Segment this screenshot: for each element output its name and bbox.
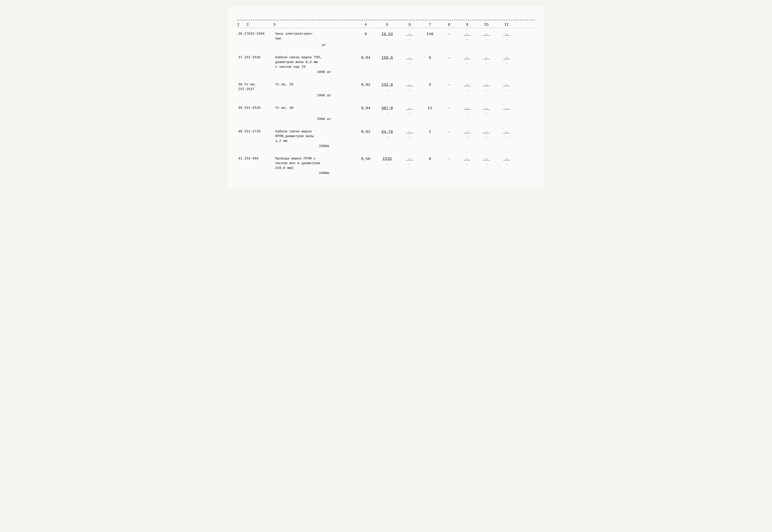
unit-empty-cell <box>458 94 476 97</box>
unit-empty-cell <box>476 144 496 148</box>
table-body: 36.I7032-I056Часы электровторич- ные9I6,… <box>237 29 535 175</box>
unit-empty-cell <box>496 94 517 97</box>
unit-empty-cell <box>420 43 440 47</box>
unit-row: шт <box>237 43 535 47</box>
cell-col9: – – <box>458 32 476 42</box>
unit-empty-cell <box>375 117 400 121</box>
unit-row: I000м <box>237 144 535 148</box>
cell-col10: – – <box>476 106 496 116</box>
unit-empty-cell <box>496 117 517 121</box>
unit-empty-cell <box>420 144 440 148</box>
cell-col7: 8 <box>420 156 440 162</box>
col-header-3: 3 <box>273 23 357 27</box>
cell-col10: – – <box>476 55 496 66</box>
cell-col6: – – <box>400 82 420 93</box>
cell-code: 4I.I52-494 <box>237 156 273 161</box>
unit-empty-cell <box>458 70 476 74</box>
unit-empty-cell <box>476 117 496 121</box>
cell-qty: 9 <box>357 32 375 37</box>
unit-label: I000 шт <box>273 117 357 121</box>
cell-col6: – – <box>400 156 420 167</box>
unit-empty-cell <box>375 43 400 47</box>
cell-col8: – <box>440 55 458 61</box>
cell-col9: – – <box>458 156 476 167</box>
unit-empty-cell <box>400 117 420 121</box>
cell-col10: – – <box>476 82 496 93</box>
cell-price: I5IO– <box>375 156 400 167</box>
cell-price: I58,0– <box>375 55 400 66</box>
cell-col8: – <box>440 32 458 37</box>
unit-empty-cell <box>458 144 476 148</box>
unit-empty-cell <box>375 94 400 97</box>
unit-empty-cell <box>400 94 420 97</box>
unit-empty-cell <box>496 43 517 47</box>
unit-empty-cell <box>440 144 458 148</box>
unit-empty-cell <box>400 70 420 74</box>
cell-col11: – – <box>496 55 517 66</box>
unit-empty-cell <box>517 94 535 97</box>
header-code-left <box>237 11 247 16</box>
cell-col7: I2 <box>420 106 440 111</box>
unit-row: I000 шт <box>237 117 535 121</box>
unit-empty-cell <box>458 171 476 175</box>
cell-col11: – – <box>496 129 517 140</box>
cell-col6: – – <box>400 129 420 140</box>
unit-empty-cell <box>400 43 420 47</box>
unit-empty-cell <box>357 43 375 47</box>
cell-col7: 6 <box>420 55 440 61</box>
unit-empty-cell <box>400 171 420 175</box>
table-row: 36.I7032-I056Часы электровторич- ные9I6,… <box>237 29 535 43</box>
cell-qty: 0,02 <box>357 129 375 135</box>
cell-code: 37.I5I-2526 <box>237 55 273 60</box>
unit-empty-cell <box>476 94 496 97</box>
unit-empty-cell <box>357 70 375 74</box>
col-header-7: 7 <box>420 23 440 27</box>
col-header-4: 4 <box>357 23 375 27</box>
unit-label: I000 шт <box>273 94 357 97</box>
cell-col7: I <box>420 129 440 135</box>
unit-empty-cell <box>440 94 458 97</box>
unit-empty-cell <box>440 70 458 74</box>
cell-col9: – – <box>458 129 476 140</box>
unit-empty-cell <box>375 70 400 74</box>
unit-empty-cell <box>357 117 375 121</box>
unit-empty-cell <box>496 70 517 74</box>
col-header-6: 6 <box>400 23 420 27</box>
unit-empty-cell <box>496 144 517 148</box>
cell-description: Кабели связи марки ПРПМ,диаметром жилы 1… <box>273 129 357 143</box>
unit-row: I000м <box>237 171 535 175</box>
unit-empty-cell <box>375 144 400 148</box>
unit-empty-cell <box>440 117 458 121</box>
table-row: 39.I5I-2528То же, 300,04307,0– – –I2– – … <box>237 103 535 117</box>
table-row: 4I.I52-494Провода марки ПТПЖ с числом жи… <box>237 154 535 171</box>
cell-qty: 0,50 <box>357 156 375 162</box>
cell-col11: – – <box>496 156 517 167</box>
cell-col8: – <box>440 156 458 162</box>
unit-spacer <box>237 171 273 175</box>
cell-col8: – <box>440 106 458 111</box>
cell-price: 64,70– <box>375 129 400 140</box>
unit-spacer <box>237 117 273 121</box>
cell-col7: 5 <box>420 82 440 88</box>
header <box>237 11 535 16</box>
unit-empty-cell <box>458 43 476 47</box>
unit-empty-cell <box>440 171 458 175</box>
cell-description: То же, 30 <box>273 106 357 110</box>
unit-empty-cell <box>476 171 496 175</box>
unit-spacer <box>237 144 273 148</box>
cell-code: 40.I5I-2729 <box>237 129 273 134</box>
col-header-11: II <box>496 23 517 27</box>
cell-qty: 0,02 <box>357 82 375 88</box>
unit-empty-cell <box>357 94 375 97</box>
cell-col11: – – <box>496 32 517 42</box>
cell-code: 38.То же, I5I-2527 <box>237 82 273 92</box>
unit-empty-cell <box>496 171 517 175</box>
page: I 2 3 4 5 6 7 8 9 IO II 36.I7032-I056Час… <box>228 7 544 188</box>
unit-empty-cell <box>476 43 496 47</box>
unit-empty-cell <box>420 171 440 175</box>
col-header-10: IO <box>476 23 496 27</box>
cell-col8: – <box>440 129 458 135</box>
unit-label: I000м <box>273 171 357 175</box>
unit-empty-cell <box>458 117 476 121</box>
unit-empty-cell <box>517 171 535 175</box>
